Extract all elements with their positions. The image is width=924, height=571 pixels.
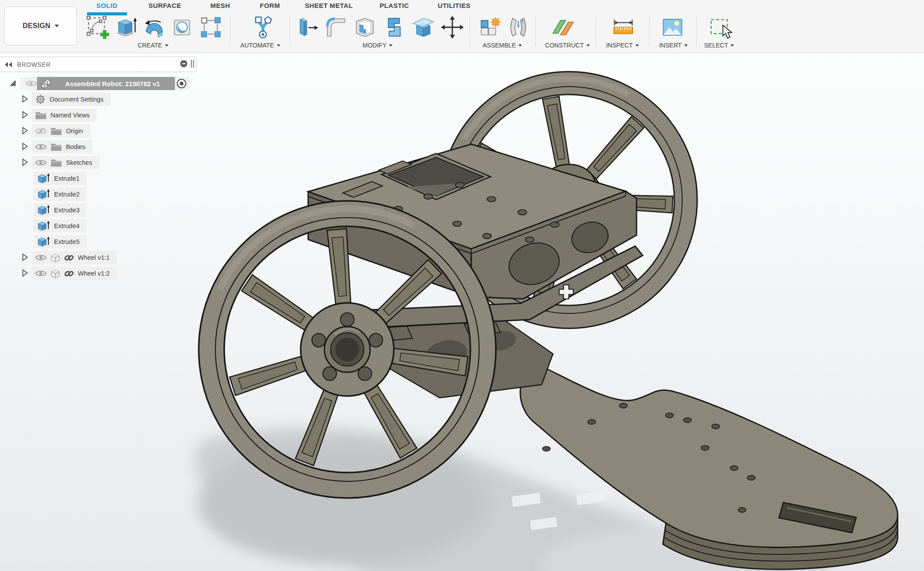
chevron-down-icon bbox=[586, 44, 590, 48]
extrude-feature-icon bbox=[37, 236, 50, 247]
visibility-eye-icon[interactable] bbox=[35, 270, 47, 277]
chevron-down-icon bbox=[519, 44, 522, 48]
tab-form[interactable]: FORM bbox=[260, 2, 280, 9]
tab-sheet-metal[interactable]: SHEET METAL bbox=[305, 2, 353, 9]
component-cube-icon bbox=[51, 269, 60, 278]
group-label-automate[interactable]: AUTOMATE bbox=[240, 42, 280, 49]
insert-button[interactable] bbox=[660, 15, 685, 40]
revolve-button[interactable] bbox=[142, 15, 167, 40]
browser-panel-header: BROWSER bbox=[0, 57, 196, 72]
shell-button[interactable] bbox=[352, 15, 378, 40]
split-body-button[interactable] bbox=[411, 15, 436, 40]
rectangular-pattern-button[interactable] bbox=[198, 15, 224, 40]
extrude-feature-icon bbox=[37, 204, 50, 216]
remove-panel-icon[interactable] bbox=[180, 60, 188, 69]
workspace-selector[interactable]: DESIGN bbox=[4, 7, 77, 45]
visibility-eye-icon[interactable] bbox=[25, 80, 37, 87]
chevron-down-icon bbox=[635, 44, 639, 48]
new-component-icon bbox=[478, 15, 502, 39]
group-label-inspect[interactable]: INSPECT bbox=[606, 42, 639, 49]
assembly-icon bbox=[40, 78, 52, 89]
tree-item-wheel-2[interactable]: Wheel v1:2 bbox=[0, 265, 207, 281]
expand-arrow-icon[interactable] bbox=[22, 269, 28, 277]
tree-item-label: Extrude1 bbox=[54, 175, 80, 182]
toolbar-separator bbox=[469, 16, 470, 46]
activate-component-radio[interactable] bbox=[176, 78, 187, 91]
tree-item-extrude1[interactable]: Extrude1 bbox=[0, 171, 207, 186]
visibility-eye-icon[interactable] bbox=[35, 254, 47, 261]
tree-item-label: Bodies bbox=[66, 143, 85, 150]
group-label-assemble[interactable]: ASSEMBLE bbox=[483, 42, 522, 49]
browser-panel-title: BROWSER bbox=[17, 61, 51, 68]
toolbar-separator bbox=[230, 16, 230, 46]
tree-item-label: Extrude4 bbox=[54, 222, 80, 229]
visibility-eye-off-icon[interactable] bbox=[35, 127, 47, 135]
automate-button[interactable] bbox=[250, 15, 276, 40]
new-component-button[interactable] bbox=[477, 15, 502, 40]
tree-item-label: Document Settings bbox=[50, 96, 104, 103]
tree-item-extrude4[interactable]: Extrude4 bbox=[0, 218, 207, 234]
tree-item-wheel-1[interactable]: Wheel v1:1 bbox=[0, 250, 207, 265]
extrude-feature-icon bbox=[37, 220, 50, 232]
expand-arrow-icon[interactable] bbox=[22, 111, 28, 119]
tab-mesh[interactable]: MESH bbox=[211, 2, 230, 9]
tree-item-extrude3[interactable]: Extrude3 bbox=[0, 202, 207, 218]
measure-button[interactable] bbox=[611, 15, 636, 40]
panel-resize-grip[interactable] bbox=[191, 59, 194, 70]
automate-icon bbox=[251, 15, 275, 39]
toolbar-separator bbox=[535, 16, 535, 46]
tree-item-sketches[interactable]: Sketches bbox=[0, 155, 207, 171]
press-pull-button[interactable] bbox=[294, 15, 320, 40]
collapse-arrow-icon[interactable] bbox=[9, 79, 17, 87]
link-icon bbox=[64, 269, 74, 278]
tree-item-extrude5[interactable]: Extrude5 bbox=[0, 234, 207, 250]
combine-button[interactable] bbox=[382, 15, 407, 40]
tree-item-label: Extrude2 bbox=[54, 191, 80, 198]
tree-item-label: Wheel v1:1 bbox=[78, 254, 110, 261]
hole-button[interactable] bbox=[169, 15, 195, 40]
construction-plane-button[interactable] bbox=[550, 15, 576, 40]
tree-item-label: Sketches bbox=[66, 159, 92, 166]
tab-utilities[interactable]: UTILITIES bbox=[438, 2, 470, 9]
move-copy-button[interactable] bbox=[440, 15, 465, 40]
tab-plastic[interactable]: PLASTIC bbox=[380, 2, 409, 9]
expand-arrow-icon[interactable] bbox=[22, 158, 28, 166]
group-label-create[interactable]: CREATE bbox=[138, 42, 168, 49]
group-label-modify[interactable]: MODIFY bbox=[363, 42, 393, 49]
chevron-down-icon bbox=[55, 25, 59, 29]
tree-item-root[interactable]: Assembled Robot: 2150782 v1 bbox=[0, 76, 207, 91]
visibility-eye-icon[interactable] bbox=[35, 159, 47, 166]
expand-arrow-icon[interactable] bbox=[22, 95, 28, 103]
joint-button[interactable] bbox=[506, 15, 531, 40]
tree-item-label: Named Views bbox=[51, 112, 90, 119]
workspace-label: DESIGN bbox=[22, 22, 50, 30]
split-body-icon bbox=[411, 15, 435, 39]
chevron-down-icon bbox=[731, 44, 734, 48]
tree-item-named-views[interactable]: Named Views bbox=[0, 107, 207, 123]
expand-arrow-icon[interactable] bbox=[22, 127, 28, 135]
visibility-eye-icon[interactable] bbox=[35, 143, 47, 150]
expand-arrow-icon[interactable] bbox=[22, 253, 28, 261]
chevron-down-icon bbox=[389, 44, 393, 48]
mouse-cursor bbox=[722, 25, 732, 41]
group-label-insert[interactable]: INSERT bbox=[659, 42, 688, 49]
expand-arrow-icon[interactable] bbox=[22, 142, 28, 150]
fillet-icon bbox=[324, 15, 348, 39]
tab-solid[interactable]: SOLID bbox=[96, 2, 117, 9]
fillet-button[interactable] bbox=[323, 15, 349, 40]
tree-item-document-settings[interactable]: Document Settings bbox=[0, 91, 207, 107]
group-label-construct[interactable]: CONSTRUCT bbox=[545, 42, 590, 49]
group-label-select[interactable]: SELECT bbox=[704, 42, 734, 49]
insert-image-icon bbox=[661, 15, 684, 39]
folder-icon bbox=[51, 142, 62, 151]
tree-item-origin[interactable]: Origin bbox=[0, 123, 207, 139]
extrude-button[interactable] bbox=[113, 15, 139, 40]
collapse-panel-icon[interactable] bbox=[4, 62, 13, 68]
selected-component-highlight[interactable]: Assembled Robot: 2150782 v1 bbox=[37, 77, 175, 90]
create-sketch-button[interactable] bbox=[85, 15, 111, 40]
tab-surface[interactable]: SURFACE bbox=[149, 2, 181, 9]
combine-icon bbox=[382, 15, 406, 39]
tree-item-extrude2[interactable]: Extrude2 bbox=[0, 186, 207, 202]
press-pull-icon bbox=[295, 15, 319, 39]
tree-item-bodies[interactable]: Bodies bbox=[0, 139, 207, 155]
